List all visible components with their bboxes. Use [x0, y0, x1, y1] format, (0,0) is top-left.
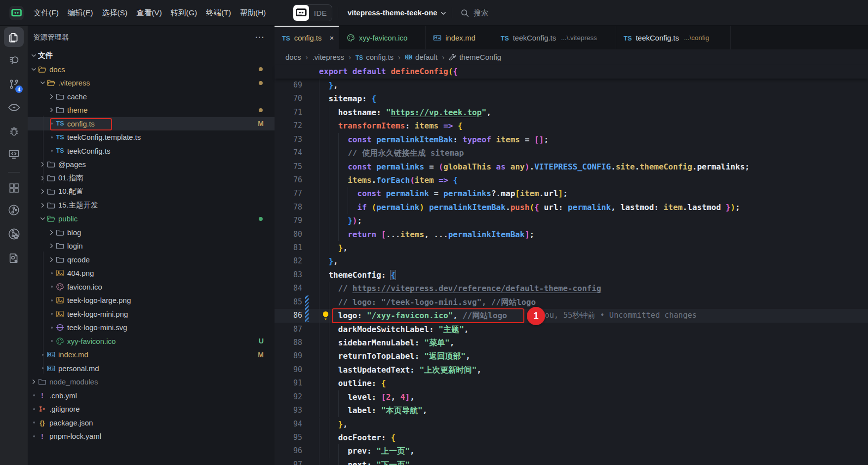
- tree-item-404.png[interactable]: 404.png: [28, 266, 275, 280]
- code-viewport[interactable]: 69 },70 sitemap: {71 hostname: "https://…: [275, 79, 868, 465]
- tree-item-cache[interactable]: cache: [28, 90, 275, 104]
- tree-item-teekConfig.ts[interactable]: TSteekConfig.ts: [28, 144, 275, 158]
- code-line-74[interactable]: 74 // 使用永久链接生成 sitemap: [275, 146, 868, 160]
- menu-item-2[interactable]: 选择(S): [98, 5, 131, 21]
- chevron-right-icon: [47, 92, 56, 101]
- menu-item-4[interactable]: 转到(G): [167, 5, 201, 21]
- explorer-icon[interactable]: [4, 27, 24, 47]
- code-line-75[interactable]: 75 const permalinks = (globalThis as any…: [275, 160, 868, 173]
- menu-item-1[interactable]: 编辑(E): [64, 5, 97, 21]
- tree-item-favicon.ico[interactable]: favicon.ico: [28, 280, 275, 294]
- tree-item-.vitepress[interactable]: .vitepress: [28, 76, 275, 90]
- tree-item-pnpm-lock.yaml[interactable]: !pnpm-lock.yaml: [28, 429, 275, 443]
- code-line-94[interactable]: 94 },: [275, 418, 868, 431]
- sticky-scroll-line[interactable]: export default defineConfig({: [275, 65, 868, 79]
- tree-item-public[interactable]: public: [28, 212, 275, 226]
- breadcrumb-config.ts[interactable]: TSconfig.ts: [355, 53, 394, 61]
- code-review-icon[interactable]: [4, 224, 24, 244]
- code-line-95[interactable]: 95 docFooter: {: [275, 431, 868, 444]
- tree-item-teek-logo-mini.svg[interactable]: teek-logo-mini.svg: [28, 321, 275, 335]
- debug-icon[interactable]: [4, 122, 24, 141]
- code-line-73[interactable]: 73 const permalinkItemBak: typeof items …: [275, 133, 868, 146]
- tree-item-xyy-favicon.ico[interactable]: xyy-favicon.icoU: [28, 335, 275, 348]
- code-line-79[interactable]: 79 });: [275, 214, 868, 227]
- tab-index.md-2[interactable]: index.md: [426, 26, 493, 49]
- tree-item-teekConfig.template.ts[interactable]: TSteekConfig.template.ts: [28, 130, 275, 144]
- code-line-88[interactable]: 88 sidebarMenuLabel: "菜单",: [275, 336, 868, 349]
- code-line-72[interactable]: 72 transformItems: items => {: [275, 119, 868, 132]
- ide-badge[interactable]: IDE: [293, 4, 332, 21]
- tree-item-index.md[interactable]: index.mdM: [28, 348, 275, 362]
- live-preview-icon[interactable]: [4, 144, 24, 164]
- file-settings-icon[interactable]: [4, 248, 24, 268]
- git-dot-badge: [259, 217, 263, 221]
- code-line-85[interactable]: 85 // logo: "/teek-logo-mini.svg", //网站l…: [275, 296, 868, 309]
- code-line-92[interactable]: 92 level: [2, 4],: [275, 390, 868, 404]
- tree-item-label: 01.指南: [58, 173, 83, 183]
- code-line-78[interactable]: 78 if (permalink) permalinkItemBak.push(…: [275, 201, 868, 214]
- code-line-80[interactable]: 80 return [...items, ...permalinkItemBak…: [275, 228, 868, 241]
- more-actions-icon[interactable]: ···: [255, 33, 265, 42]
- tab-config.ts-0[interactable]: TSconfig.ts×: [275, 26, 339, 49]
- menu-item-3[interactable]: 查看(V): [132, 5, 166, 21]
- breadcrumb-docs[interactable]: docs: [285, 53, 301, 61]
- breadcrumb-default[interactable]: default: [405, 53, 437, 61]
- tree-item-blog[interactable]: blog: [28, 226, 275, 240]
- tree-item-personal.md[interactable]: personal.md: [28, 362, 275, 376]
- code-line-96[interactable]: 96 prev: "上一页",: [275, 444, 868, 458]
- extensions-icon[interactable]: [4, 178, 24, 198]
- code-line-82[interactable]: 82 },: [275, 254, 868, 268]
- code-line-87[interactable]: 87 darkModeSwitchLabel: "主题",: [275, 323, 868, 336]
- timeline-icon[interactable]: [4, 200, 24, 220]
- breadcrumb-.vitepress[interactable]: .vitepress: [313, 53, 344, 61]
- tree-item-package.json[interactable]: {}package.json: [28, 416, 275, 430]
- tree-item-docs[interactable]: docs: [28, 63, 275, 77]
- preview-icon[interactable]: [4, 97, 24, 117]
- code-line-81[interactable]: 81 },: [275, 241, 868, 254]
- tab-close-icon[interactable]: ×: [330, 34, 334, 42]
- tree-item-.cnb.yml[interactable]: !.cnb.yml: [28, 389, 275, 403]
- global-search[interactable]: 搜索: [461, 0, 488, 26]
- code-line-90[interactable]: 90 lastUpdatedText: "上次更新时间",: [275, 363, 868, 377]
- tree-item-@pages[interactable]: @pages: [28, 158, 275, 171]
- tree-item-teek-logo-mini.png[interactable]: teek-logo-mini.png: [28, 307, 275, 321]
- app-logo[interactable]: [9, 6, 24, 20]
- code-line-70[interactable]: 70 sitemap: {: [275, 92, 868, 105]
- code-line-91[interactable]: 91 outline: {: [275, 377, 868, 390]
- tab-xyy-favicon.ico-1[interactable]: xyy-favicon.ico: [339, 26, 426, 49]
- tree-item-qrcode[interactable]: qrcode: [28, 253, 275, 267]
- line-number: 94: [275, 418, 302, 431]
- project-name[interactable]: vitepress-theme-teek-one: [348, 0, 437, 26]
- code-line-84[interactable]: 84 // https://vitepress.dev/reference/de…: [275, 282, 868, 295]
- code-line-76[interactable]: 76 items.forEach(item => {: [275, 173, 868, 187]
- tree-item-10.配置[interactable]: 10.配置: [28, 185, 275, 199]
- source-control-icon[interactable]: 4: [4, 74, 24, 94]
- code-line-69[interactable]: 69 },: [275, 79, 868, 92]
- tree-item-.gitignore[interactable]: .gitignore: [28, 402, 275, 416]
- code-line-89[interactable]: 89 returnToTopLabel: "返回顶部",: [275, 349, 868, 363]
- tree-item-login[interactable]: login: [28, 239, 275, 253]
- tree-item-teek-logo-large.png[interactable]: teek-logo-large.png: [28, 294, 275, 307]
- menu-item-5[interactable]: 终端(T): [202, 5, 235, 21]
- menu-item-6[interactable]: 帮助(H): [236, 5, 270, 21]
- project-chevron-down-icon[interactable]: [440, 10, 447, 17]
- tab-teekConfig.ts-4[interactable]: TSteekConfig.ts...\config: [616, 26, 731, 49]
- tree-item-01.指南[interactable]: 01.指南: [28, 171, 275, 185]
- tab-teekConfig.ts-3[interactable]: TSteekConfig.ts...\.vitepress: [493, 26, 616, 49]
- md-file-icon: [47, 364, 55, 373]
- tree-item-node_modules[interactable]: node_modules: [28, 375, 275, 389]
- tree-item-15.主题开发[interactable]: 15.主题开发: [28, 199, 275, 212]
- code-line-77[interactable]: 77 const permalink = permalinks?.map[ite…: [275, 187, 868, 200]
- tab-ts-icon: TS: [501, 34, 509, 42]
- code-line-83[interactable]: 83 themeConfig: {: [275, 268, 868, 282]
- lightbulb-icon[interactable]: [320, 310, 331, 321]
- code-line-93[interactable]: 93 label: "本页导航",: [275, 404, 868, 417]
- code-line-71[interactable]: 71 hostname: "https://vp.teek.top",: [275, 106, 868, 119]
- breadcrumb-themeConfig[interactable]: themeConfig: [449, 53, 501, 61]
- menu-item-0[interactable]: 文件(F): [30, 5, 63, 21]
- tree-item-theme[interactable]: theme: [28, 103, 275, 117]
- code-line-97[interactable]: 97 next: "下一页",: [275, 458, 868, 465]
- search-icon[interactable]: [4, 50, 24, 70]
- git-blame-annotation: You, 55秒钟前 • Uncommitted changes: [540, 309, 697, 322]
- tree-section-files[interactable]: 文件: [28, 49, 275, 63]
